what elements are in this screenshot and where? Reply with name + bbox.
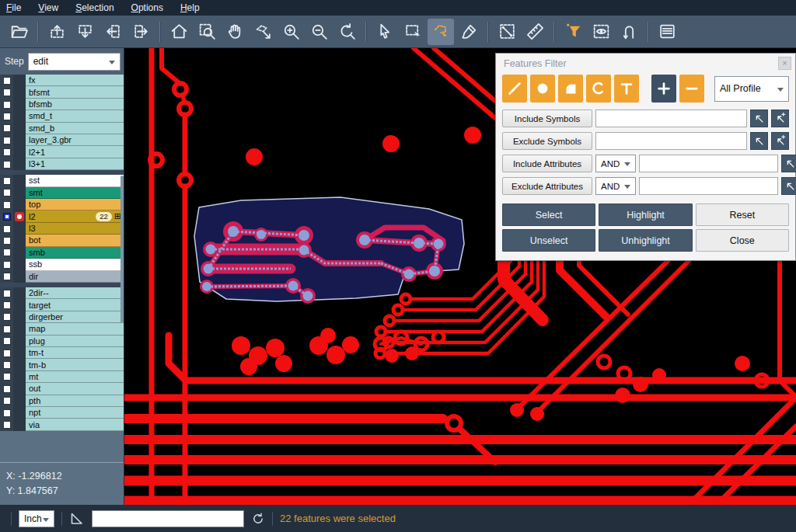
layer-visibility-checkbox[interactable]	[3, 325, 11, 333]
layer-label[interactable]: l2+1	[26, 146, 124, 158]
reset-button[interactable]: Reset	[696, 203, 789, 226]
active-indicator-cell[interactable]	[13, 134, 26, 146]
pcb-canvas[interactable]: Features Filter × All Profile Include Sy…	[124, 48, 796, 505]
active-indicator-cell[interactable]	[13, 299, 26, 311]
active-indicator-cell[interactable]	[13, 407, 26, 419]
exclude-symbols-button[interactable]: Exclude Symbols	[502, 132, 592, 150]
active-indicator-cell[interactable]	[13, 347, 26, 359]
include-attributes-button[interactable]: Include Attributes	[502, 155, 592, 172]
refresh-icon[interactable]	[251, 512, 265, 526]
menu-file[interactable]: File	[6, 2, 21, 13]
layer-visibility-checkbox[interactable]	[3, 409, 11, 417]
layer-label[interactable]: l3	[26, 223, 124, 235]
layer-visibility-checkbox[interactable]	[3, 225, 11, 233]
active-indicator-cell[interactable]	[13, 99, 26, 110]
profile-dropdown[interactable]: All Profile	[714, 76, 789, 102]
layer-visibility-checkbox[interactable]	[3, 290, 11, 297]
layer-visibility-checkbox[interactable]	[3, 385, 11, 393]
zoom-area-button[interactable]	[194, 19, 220, 45]
layer-visibility-checkbox[interactable]	[3, 101, 11, 109]
layer-label[interactable]: ssb	[26, 259, 124, 270]
active-indicator-cell[interactable]	[13, 311, 26, 323]
shift-left-button[interactable]	[100, 19, 126, 45]
highlight-button[interactable]: Highlight	[599, 203, 692, 226]
command-input[interactable]	[92, 510, 244, 527]
layer-label[interactable]: smb	[26, 247, 124, 259]
clear-highlight-brush-button[interactable]	[456, 19, 482, 45]
pad-filter-button[interactable]	[530, 75, 555, 103]
zoom-previous-button[interactable]	[333, 19, 360, 45]
select-rectangle-button[interactable]	[400, 19, 426, 45]
menu-help[interactable]: Help	[180, 2, 200, 13]
active-indicator-cell[interactable]	[13, 383, 26, 395]
layer-label[interactable]: 2dir--	[26, 287, 124, 299]
active-indicator-cell[interactable]	[13, 336, 26, 347]
pick-add-from-screen-button[interactable]	[771, 110, 789, 127]
menu-options[interactable]: Options	[131, 2, 163, 13]
home-view-button[interactable]	[166, 19, 192, 45]
active-indicator-cell[interactable]	[13, 75, 26, 86]
unselect-button[interactable]: Unselect	[502, 229, 595, 252]
menu-view[interactable]: View	[38, 2, 58, 13]
layer-label[interactable]: target	[26, 299, 124, 311]
active-indicator-cell[interactable]	[13, 146, 26, 158]
active-indicator-cell[interactable]	[13, 371, 26, 383]
layer-visibility-checkbox[interactable]	[3, 301, 11, 309]
layer-visibility-checkbox[interactable]	[3, 421, 11, 429]
layer-visibility-checkbox[interactable]	[3, 189, 11, 196]
pick-from-screen-button[interactable]	[750, 132, 768, 150]
active-indicator-cell[interactable]	[13, 271, 26, 283]
measure-distance-button[interactable]	[494, 19, 520, 45]
close-icon[interactable]: ×	[778, 57, 791, 70]
layer-visibility-checkbox[interactable]	[3, 89, 11, 96]
condition-dropdown[interactable]: AND	[595, 155, 636, 172]
layers-panel-button[interactable]	[654, 19, 680, 45]
open-file-button[interactable]	[5, 19, 32, 45]
minus-filter-button[interactable]	[679, 75, 704, 103]
view-options-button[interactable]	[588, 19, 614, 45]
text-filter-button[interactable]	[614, 75, 639, 103]
include-symbols-input[interactable]	[595, 110, 747, 127]
features-filter-button[interactable]	[560, 19, 586, 45]
layer-label[interactable]: bfsmt	[26, 86, 124, 98]
layer-label[interactable]: mt	[26, 371, 124, 383]
dialog-title-bar[interactable]: Features Filter ×	[496, 54, 795, 73]
layer-label[interactable]: plug	[26, 336, 124, 347]
layer-label[interactable]: npt	[26, 407, 124, 419]
layer-visibility-checkbox[interactable]	[3, 337, 11, 345]
layer-label[interactable]: smt	[26, 187, 124, 199]
surface-filter-button[interactable]	[558, 75, 583, 103]
layer-visibility-checkbox[interactable]	[3, 349, 11, 357]
layer-visibility-checkbox[interactable]	[3, 137, 11, 144]
layer-label[interactable]: sst	[26, 175, 124, 186]
layer-visibility-checkbox[interactable]	[3, 273, 11, 280]
layer-visibility-checkbox[interactable]	[3, 177, 11, 185]
arc-filter-button[interactable]	[586, 75, 611, 103]
snap-angle-icon[interactable]	[69, 511, 85, 527]
shift-down-button[interactable]	[72, 19, 98, 45]
active-indicator-cell[interactable]	[13, 223, 26, 235]
active-indicator-cell[interactable]	[13, 259, 26, 270]
zoom-polygon-button[interactable]	[250, 19, 276, 45]
measure-ruler-button[interactable]	[522, 19, 548, 45]
select-button[interactable]: Select	[502, 203, 595, 226]
pick-from-screen-button[interactable]	[781, 155, 796, 172]
active-indicator-cell[interactable]	[13, 419, 26, 430]
layer-label[interactable]: bfsmb	[26, 99, 124, 110]
active-indicator-cell[interactable]	[13, 199, 26, 210]
line-filter-button[interactable]	[502, 75, 527, 103]
exclude-attributes-input[interactable]	[639, 177, 778, 195]
layer-label[interactable]: dir	[26, 271, 124, 283]
menu-selection[interactable]: Selection	[75, 2, 113, 13]
active-indicator-cell[interactable]	[13, 235, 26, 246]
active-indicator-cell[interactable]	[13, 247, 26, 259]
active-indicator-cell[interactable]	[13, 158, 26, 170]
layer-label[interactable]: map	[26, 323, 124, 335]
layer-visibility-checkbox[interactable]	[3, 397, 11, 405]
layer-visibility-checkbox[interactable]	[3, 213, 11, 221]
layer-label[interactable]: l3+1	[26, 158, 124, 170]
plus-filter-button[interactable]	[651, 75, 676, 103]
select-pointer-button[interactable]	[372, 19, 398, 45]
exclude-attributes-button[interactable]: Exclude Attributes	[502, 177, 592, 195]
unhighlight-button[interactable]: Unhighlight	[599, 229, 692, 252]
